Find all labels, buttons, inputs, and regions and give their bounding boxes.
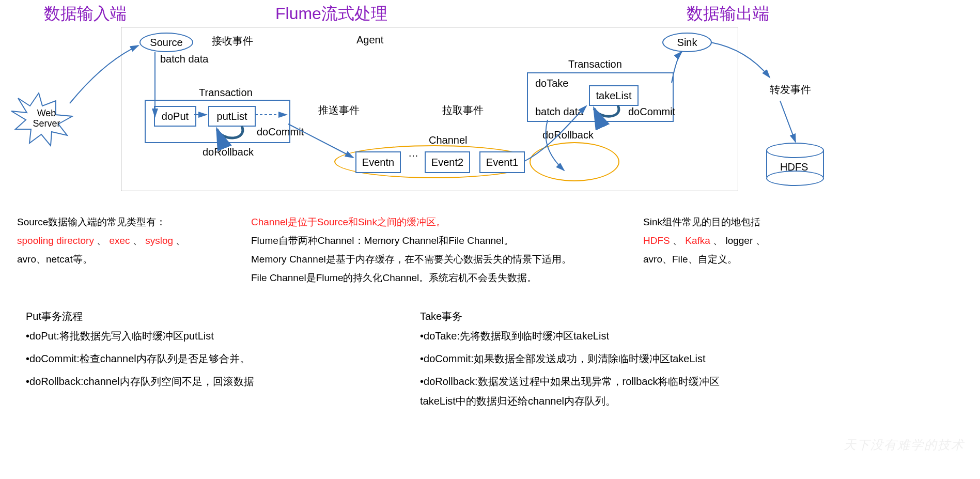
sep3: 、: [176, 235, 185, 246]
label-recv-event: 接收事件: [212, 34, 253, 48]
sep2: 、: [133, 235, 143, 246]
sink-desc-line3: avro、File、自定义。: [643, 250, 814, 269]
takelist-box: takeList: [589, 85, 639, 106]
source-desc-line1: Source数据输入端的常见类型有：: [17, 213, 239, 231]
source-desc-line3: avro、netcat等。: [17, 250, 239, 269]
sink-desc: Sink组件常见的目的地包括 HDFS 、 Kafka 、 logger 、 a…: [643, 213, 814, 269]
put-bullet-2: •doCommit:检查channel内存队列是否足够合并。: [26, 349, 294, 368]
ellipsis: …: [408, 147, 418, 159]
channel-desc-line2: Flume自带两种Channel：Memory Channel和File Cha…: [251, 231, 633, 250]
sep1: 、: [97, 235, 106, 246]
label-dorollback1: doRollback: [203, 146, 254, 158]
label-pullevent: 拉取事件: [442, 103, 484, 117]
take-bullet-1: •doTake:先将数据取到临时缓冲区takeList: [420, 326, 740, 346]
source-type-spooling: spooling directory: [17, 235, 94, 246]
source-desc: Source数据输入端的常见类型有： spooling directory 、 …: [17, 213, 239, 269]
header-right: 数据输出端: [687, 3, 769, 25]
label-agent: Agent: [356, 34, 383, 46]
event1-box: Event1: [479, 151, 525, 173]
label-channel: Channel: [429, 134, 468, 146]
take-section: Take事务 •doTake:先将数据取到临时缓冲区takeList •doCo…: [420, 306, 740, 411]
label-batchdata2: batch data: [535, 106, 583, 118]
sink-type-kafka: Kafka: [685, 235, 710, 246]
label-forward-event: 转发事件: [770, 83, 811, 97]
webserver-text: Web Server: [33, 109, 60, 129]
putlist-box: putList: [208, 106, 256, 127]
channel-ellipse-right: [530, 142, 619, 181]
watermark: 天下没有难学的技术: [844, 437, 965, 453]
label-dorollback2: doRollback: [542, 129, 594, 141]
label-pushevent: 推送事件: [318, 103, 360, 117]
channel-desc-line1: Channel是位于Source和Sink之间的缓冲区。: [251, 213, 633, 231]
sink-type-logger: 、 logger 、: [713, 235, 765, 246]
header-left: 数据输入端: [44, 3, 127, 25]
header-center: Flume流式处理: [275, 3, 387, 25]
channel-desc-line4: File Channel是Flume的持久化Channel。系统宕机不会丢失数据…: [251, 269, 633, 287]
take-title: Take事务: [420, 306, 740, 326]
webserver-star-label: Web Server: [28, 106, 65, 132]
eventn-box: Eventn: [355, 151, 401, 173]
sink-desc-line2: HDFS 、 Kafka 、 logger 、: [643, 231, 814, 250]
put-section: Put事务流程 •doPut:将批数据先写入临时缓冲区putList •doCo…: [26, 306, 294, 391]
label-docommit2: doCommit: [628, 106, 675, 118]
event2-box: Event2: [425, 151, 470, 173]
sink-type-hdfs: HDFS: [643, 235, 670, 246]
channel-desc: Channel是位于Source和Sink之间的缓冲区。 Flume自带两种Ch…: [251, 213, 633, 287]
source-type-syslog: syslog: [145, 235, 173, 246]
label-batchdata1: batch data: [160, 53, 208, 65]
source-node: Source: [139, 33, 193, 52]
sink-node: Sink: [662, 33, 712, 52]
source-desc-line2: spooling directory 、 exec 、 syslog 、: [17, 231, 239, 250]
doput-box: doPut: [154, 106, 196, 127]
put-bullet-3: •doRollback:channel内存队列空间不足，回滚数据: [26, 372, 294, 391]
take-bullet-2: •doCommit:如果数据全部发送成功，则清除临时缓冲区takeList: [420, 349, 740, 368]
sep4: 、: [673, 235, 682, 246]
label-dotake: doTake: [535, 78, 569, 89]
take-bullet-3: •doRollback:数据发送过程中如果出现异常，rollback将临时缓冲区…: [420, 372, 740, 411]
put-title: Put事务流程: [26, 306, 294, 326]
label-txn1: Transaction: [199, 87, 253, 99]
source-type-exec: exec: [109, 235, 130, 246]
sink-desc-line1: Sink组件常见的目的地包括: [643, 213, 814, 231]
put-bullet-1: •doPut:将批数据先写入临时缓冲区putList: [26, 326, 294, 346]
label-txn2: Transaction: [568, 58, 622, 70]
hdfs-label: HDFS: [780, 161, 808, 173]
label-docommit1: doCommit: [257, 126, 304, 138]
channel-desc-line3: Memory Channel是基于内存缓存，在不需要关心数据丢失的情景下适用。: [251, 250, 633, 269]
